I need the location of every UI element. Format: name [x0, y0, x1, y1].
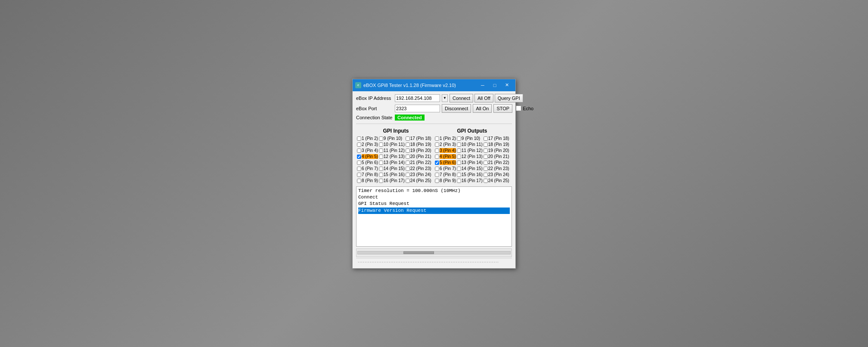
- gpi-checkbox[interactable]: [379, 173, 383, 177]
- gpi-checkbox[interactable]: [484, 167, 488, 171]
- gpi-checkbox[interactable]: [457, 179, 461, 183]
- gpi-label: 19 (Pin 20): [488, 148, 509, 153]
- disconnect-button[interactable]: Disconnect: [442, 104, 471, 113]
- gpi-checkbox[interactable]: [435, 136, 439, 141]
- window-title: eBOX GPi8 Tester v1.1.28 (Firmware v2.10…: [363, 83, 477, 88]
- ip-dropdown-button[interactable]: ▼: [442, 94, 448, 102]
- gpi-label: 19 (Pin 20): [410, 148, 431, 153]
- gpi-row: 6 (Pin 7): [357, 166, 378, 172]
- gpi-checkbox[interactable]: [435, 167, 439, 171]
- gpi-row: 21 (Pin 22): [406, 160, 431, 166]
- gpi-checkbox[interactable]: [379, 167, 383, 171]
- gpi-label: 1 (Pin 2): [362, 136, 378, 141]
- gpi-checkbox[interactable]: [357, 173, 361, 177]
- maximize-button[interactable]: □: [489, 81, 501, 90]
- scrollbar-thumb[interactable]: [403, 251, 434, 254]
- gpi-row: 5 (Pin 6): [435, 160, 456, 166]
- gpi-outputs-col1: 1 (Pin 2)2 (Pin 3)3 (Pin 4)4 (Pin 5)5 (P…: [435, 136, 456, 184]
- gpi-checkbox[interactable]: [379, 161, 383, 165]
- gpi-checkbox[interactable]: [484, 161, 488, 165]
- gpi-checkbox[interactable]: [435, 149, 439, 153]
- gpi-label: 23 (Pin 24): [488, 172, 509, 177]
- gpi-checkbox[interactable]: [379, 179, 383, 183]
- gpi-checkbox[interactable]: [484, 173, 488, 177]
- gpi-row: 10 (Pin 11): [457, 142, 483, 148]
- gpi-checkbox[interactable]: [357, 136, 361, 141]
- port-controls: Disconnect All On STOP Echo: [395, 104, 533, 113]
- gpi-checkbox[interactable]: [406, 161, 410, 165]
- gpi-checkbox[interactable]: [357, 161, 361, 165]
- gpi-label: 9 (Pin 10): [384, 136, 402, 141]
- gpi-label: 24 (Pin 25): [410, 178, 431, 183]
- window-content: eBox IP Address ▼ Connect All Off Query …: [353, 91, 515, 268]
- gpi-row: 17 (Pin 18): [406, 136, 431, 142]
- gpi-row: 18 (Pin 19): [406, 142, 431, 148]
- gpi-label: 20 (Pin 21): [488, 154, 509, 159]
- gpi-checkbox[interactable]: [457, 161, 461, 165]
- connect-button[interactable]: Connect: [450, 94, 473, 102]
- gpi-checkbox[interactable]: [457, 173, 461, 177]
- gpi-row: 16 (Pin 17): [379, 178, 405, 184]
- gpi-checkbox[interactable]: [406, 136, 410, 141]
- gpi-row: 3 (Pin 4): [435, 148, 456, 154]
- ip-address-label: eBox IP Address: [356, 96, 395, 101]
- gpi-checkbox[interactable]: [357, 143, 361, 147]
- log-line[interactable]: Timer resolution = 100.000nS (10MHz): [358, 188, 510, 194]
- gpi-checkbox[interactable]: [435, 161, 439, 165]
- gpi-checkbox[interactable]: [406, 143, 410, 147]
- gpi-checkbox[interactable]: [379, 136, 383, 141]
- ip-address-input[interactable]: [395, 94, 440, 102]
- all-on-button[interactable]: All On: [473, 104, 492, 113]
- minimize-button[interactable]: ─: [477, 81, 489, 90]
- gpi-checkbox[interactable]: [457, 149, 461, 153]
- gpi-checkbox[interactable]: [357, 179, 361, 183]
- gpi-checkbox[interactable]: [379, 155, 383, 159]
- gpi-label: 12 (Pin 13): [462, 154, 483, 159]
- gpi-checkbox[interactable]: [484, 136, 488, 141]
- gpi-checkbox[interactable]: [457, 167, 461, 171]
- gpi-checkbox[interactable]: [484, 149, 488, 153]
- query-gpi-button[interactable]: Query GPI: [495, 94, 523, 102]
- log-box[interactable]: Timer resolution = 100.000nS (10MHz)Conn…: [356, 186, 512, 247]
- gpi-checkbox[interactable]: [457, 136, 461, 141]
- gpi-label: 22 (Pin 23): [410, 166, 431, 171]
- gpi-checkbox[interactable]: [357, 167, 361, 171]
- gpi-checkbox[interactable]: [435, 143, 439, 147]
- log-line[interactable]: Firmware Version Request: [358, 208, 510, 214]
- close-button[interactable]: ✕: [501, 81, 513, 90]
- gpi-label: 15 (Pin 16): [462, 172, 483, 177]
- horizontal-scrollbar[interactable]: [356, 248, 512, 257]
- stop-button[interactable]: STOP: [493, 104, 512, 113]
- gpi-row: 2 (Pin 3): [357, 142, 378, 148]
- gpi-label: 4 (Pin 5): [362, 154, 378, 159]
- gpi-checkbox[interactable]: [435, 155, 439, 159]
- gpi-label: 14 (Pin 15): [384, 166, 405, 171]
- gpi-checkbox[interactable]: [435, 173, 439, 177]
- echo-row: Echo: [516, 105, 533, 111]
- gpi-checkbox[interactable]: [406, 149, 410, 153]
- gpi-checkbox[interactable]: [484, 155, 488, 159]
- gpi-checkbox[interactable]: [379, 149, 383, 153]
- gpi-checkbox[interactable]: [379, 143, 383, 147]
- log-line[interactable]: Connect: [358, 194, 510, 201]
- log-line[interactable]: GPI Status Request: [358, 201, 510, 207]
- gpi-checkbox[interactable]: [406, 155, 410, 159]
- gpi-row: 18 (Pin 19): [484, 142, 509, 148]
- gpi-checkbox[interactable]: [357, 149, 361, 153]
- gpi-checkbox[interactable]: [457, 143, 461, 147]
- gpi-checkbox[interactable]: [484, 179, 488, 183]
- gpi-checkbox[interactable]: [457, 155, 461, 159]
- echo-checkbox[interactable]: [516, 105, 521, 111]
- gpi-checkbox[interactable]: [435, 179, 439, 183]
- gpi-row: 16 (Pin 17): [457, 178, 483, 184]
- port-input[interactable]: [395, 105, 440, 112]
- gpi-label: 2 (Pin 3): [440, 142, 456, 147]
- gpi-label: 18 (Pin 19): [488, 142, 509, 147]
- gpi-checkbox[interactable]: [406, 179, 410, 183]
- gpi-checkbox[interactable]: [406, 167, 410, 171]
- gpi-checkbox[interactable]: [357, 155, 361, 159]
- all-off-button[interactable]: All Off: [474, 94, 493, 102]
- gpi-checkbox[interactable]: [484, 143, 488, 147]
- gpi-checkbox[interactable]: [406, 173, 410, 177]
- gpi-row: 10 (Pin 11): [379, 142, 405, 148]
